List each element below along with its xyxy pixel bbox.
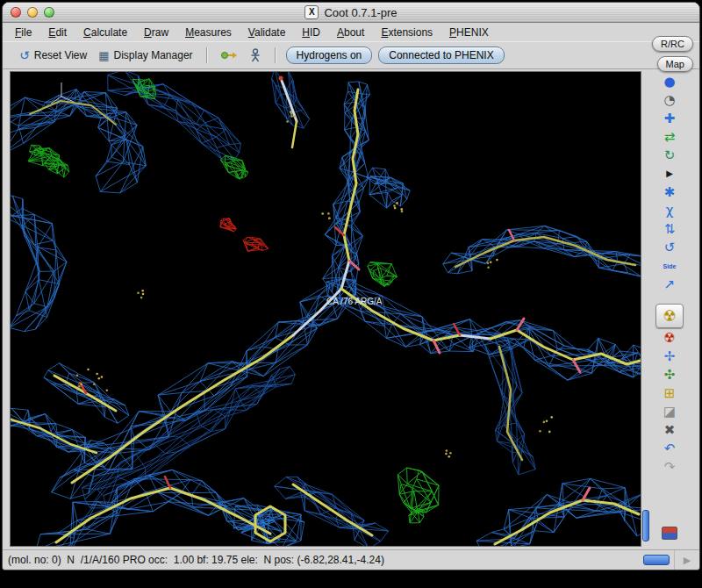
menu-measures[interactable]: Measures — [185, 26, 232, 39]
density-view-svg — [11, 72, 641, 546]
x11-icon: X — [304, 5, 319, 19]
auto-fit-rotamer-icon[interactable]: ✱ — [658, 183, 681, 201]
toolbar-separator — [206, 47, 207, 63]
menu-extensions[interactable]: Extensions — [381, 26, 433, 39]
display-manager-button[interactable]: ▦ Display Manager — [96, 47, 195, 63]
toolbar-separator — [275, 47, 276, 63]
menu-edit[interactable]: Edit — [48, 26, 67, 39]
goto-atom-button[interactable] — [218, 47, 240, 63]
redo-icon[interactable]: ↷ — [658, 458, 681, 476]
rotate-zone-icon[interactable]: ↻ — [658, 147, 681, 164]
active-atom-label: CA /76 ARG/A — [326, 297, 382, 306]
eraser-icon[interactable]: ◪ — [658, 403, 681, 420]
sphere-refine-icon[interactable]: ☢ — [655, 304, 684, 328]
map-button[interactable]: Map — [657, 56, 693, 72]
menu-validate[interactable]: Validate — [248, 26, 286, 39]
atom-cross-icon[interactable]: ✢ — [658, 348, 681, 365]
window-title: X Coot 0.7.1-pre — [304, 5, 397, 19]
main-toolbar: ↺ Reset View ▦ Display Manager Hydrogens… — [3, 41, 699, 69]
right-toolbar: ●◔✚⇄↻▶✱χ⇅↺Side↗☢☢✢✣⊞◪✖↶↷ — [649, 71, 690, 547]
rotate-ccw-icon[interactable]: ↺ — [658, 239, 681, 256]
stick-figure-icon — [249, 48, 261, 62]
main-area: CA /76 ARG/A ●◔✚⇄↻▶✱χ⇅↺Side↗☢☢✢✣⊞◪✖↶↷ — [3, 69, 699, 549]
panel-expand-icon[interactable]: ▶ — [674, 550, 699, 570]
side-chain-flip-icon[interactable]: Side — [658, 257, 681, 275]
rama-figure-button[interactable] — [247, 47, 264, 64]
goto-atom-icon — [220, 49, 238, 61]
phenix-connection-button[interactable]: Connected to PHENIX — [378, 47, 504, 64]
hydrogens-toggle-button[interactable]: Hydrogens on — [286, 47, 373, 64]
clock-icon[interactable]: ◔ — [658, 91, 681, 109]
add-atom-icon[interactable]: ⊞ — [658, 384, 681, 402]
canvas-horizontal-scrollbar[interactable] — [643, 555, 670, 565]
reset-view-icon: ↺ — [19, 49, 30, 61]
window-title-text: Coot 0.7.1-pre — [324, 6, 397, 19]
swap-arrows-icon[interactable]: ⇄ — [658, 128, 681, 146]
graphics-canvas[interactable]: CA /76 ARG/A — [10, 71, 641, 547]
menu-bar: FileEditCalculateDrawMeasuresValidateHID… — [3, 23, 699, 41]
menu-draw[interactable]: Draw — [144, 26, 168, 39]
title-bar[interactable]: X Coot 0.7.1-pre — [3, 3, 699, 23]
minimize-button[interactable] — [27, 7, 38, 18]
undo-icon[interactable]: ↶ — [658, 440, 681, 457]
display-manager-icon: ▦ — [98, 50, 109, 61]
rrc-button[interactable]: R/RC — [652, 36, 693, 52]
vertical-scroll-thumb[interactable] — [642, 510, 649, 541]
horizontal-scroll-thumb[interactable] — [643, 555, 670, 565]
menu-phenix[interactable]: PHENIX — [449, 26, 489, 39]
menu-calculate[interactable]: Calculate — [83, 26, 127, 39]
coot-window: X Coot 0.7.1-pre FileEditCalculateDrawMe… — [2, 2, 700, 570]
delete-icon[interactable]: ✖ — [658, 421, 681, 439]
play-icon[interactable]: ▶ — [658, 165, 681, 183]
edit-chi-angles-icon[interactable]: χ — [658, 202, 681, 219]
reset-view-button[interactable]: ↺ Reset View — [17, 47, 90, 63]
close-button[interactable] — [11, 7, 21, 18]
star-cross-icon[interactable]: ✣ — [658, 366, 681, 384]
flip-peptide-icon[interactable]: ⇅ — [658, 220, 681, 238]
add-terminal-residue-icon[interactable]: ↗ — [658, 276, 681, 293]
image-icon[interactable] — [658, 524, 681, 541]
window-controls — [11, 7, 54, 18]
zoom-button[interactable] — [44, 7, 54, 18]
map-sphere-icon[interactable]: ● — [658, 73, 681, 90]
status-bar-text: (mol. no: 0) N /1/A/160 PRO occ: 1.00 bf… — [8, 554, 643, 566]
status-row: (mol. no: 0) N /1/A/160 PRO occ: 1.00 bf… — [3, 549, 699, 570]
move-atoms-icon[interactable]: ✚ — [658, 110, 681, 127]
menu-hid[interactable]: HID — [302, 26, 320, 39]
reset-view-label: Reset View — [34, 49, 87, 61]
display-manager-label: Display Manager — [114, 49, 193, 61]
radiation-icon[interactable]: ☢ — [658, 329, 681, 347]
canvas-vertical-scrollbar[interactable] — [641, 71, 649, 545]
menu-about[interactable]: About — [337, 26, 364, 39]
menu-file[interactable]: File — [15, 26, 32, 39]
